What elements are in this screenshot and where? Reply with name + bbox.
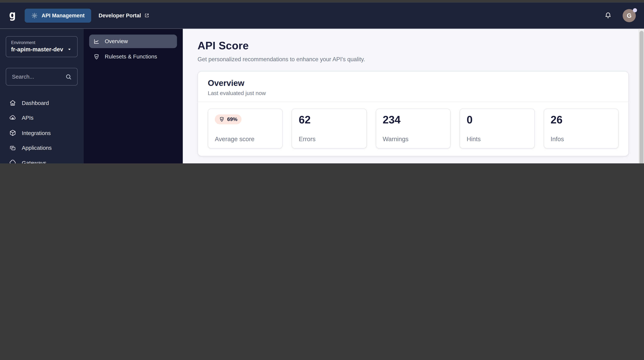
topbar: g API Management Developer Portal G [0,3,644,29]
sidebar-item-gateways[interactable]: Gateways [6,155,78,163]
sidebar-item-label: Dashboard [22,100,49,106]
stat-value: 26 [550,114,612,125]
subnav-item-label: Overview [105,38,128,45]
sidebar-menu: Dashboard APIs Integrations Applications… [6,95,78,163]
stat-card-hints: 0 Hints [460,109,534,149]
api-management-label: API Management [42,12,85,19]
overview-last-evaluated: Last evaluated just now [208,90,619,96]
stat-value: 234 [383,114,444,125]
sidebar-item-integrations[interactable]: Integrations [6,125,78,140]
sidebar-item-label: Integrations [22,130,51,136]
sidebar-item-label: Gateways [22,160,46,163]
user-avatar[interactable]: G [622,9,636,22]
stat-value: 62 [299,114,360,125]
external-link-icon [144,13,150,18]
shield-check-icon [219,116,225,122]
gravitee-logo[interactable]: g [9,9,16,20]
stat-card-errors: 62 Errors [292,109,367,149]
subnav-item-overview[interactable]: Overview [89,35,177,48]
overview-card: Overview Last evaluated just now 69% Ave… [198,71,629,156]
stat-card-average-score: 69% Average score [208,109,283,149]
applications-icon [9,144,16,152]
stat-value: 0 [467,114,528,125]
page-subtitle: Get personalized recommendations to enha… [198,56,629,63]
topbar-right: G [604,9,636,22]
stat-label: Average score [215,135,276,142]
gear-icon [31,12,38,19]
sidebar-item-dashboard[interactable]: Dashboard [6,95,78,110]
line-chart-icon [93,38,100,45]
developer-portal-link[interactable]: Developer Portal [99,12,150,19]
avatar-initial: G [627,12,632,19]
environment-value: fr-apim-master-dev [11,46,63,53]
bell-icon [604,12,612,20]
notifications-button[interactable] [604,12,612,20]
primary-sidebar: Environment fr-apim-master-dev Dashboard… [0,29,83,163]
search-input[interactable] [11,73,62,80]
overview-stats: 69% Average score 62 Errors 234 Warnings… [198,102,628,156]
stat-label: Warnings [383,135,444,142]
shell: Environment fr-apim-master-dev Dashboard… [0,29,644,163]
secondary-sidebar: Overview Rulesets & Functions [83,29,183,163]
main-content: API Score Get personalized recommendatio… [183,29,644,163]
environment-selector[interactable]: Environment fr-apim-master-dev [6,36,78,57]
developer-portal-label: Developer Portal [99,12,141,19]
stat-card-infos: 26 Infos [544,109,619,149]
stat-label: Errors [299,135,360,142]
stat-label: Infos [550,135,612,142]
cloud-gear-icon [9,114,16,122]
cube-icon [9,129,16,137]
chevron-down-icon [66,47,72,52]
subnav-item-rulesets-functions[interactable]: Rulesets & Functions [89,50,177,64]
stat-value: 69% [227,116,237,122]
stat-label: Hints [467,135,528,142]
sidebar-item-label: APIs [22,115,34,121]
environment-label: Environment [11,40,72,45]
cloud-icon [9,159,16,163]
overview-title: Overview [208,79,619,88]
status-dot [633,8,637,12]
shield-check-icon [93,53,100,60]
subnav-item-label: Rulesets & Functions [105,53,157,60]
search-icon [65,73,72,80]
scrollbar [638,29,644,163]
api-management-button[interactable]: API Management [25,9,91,23]
average-score-badge: 69% [215,114,242,124]
sidebar-item-apis[interactable]: APIs [6,110,78,125]
sidebar-item-label: Applications [22,145,52,151]
page-title: API Score [198,39,629,52]
sidebar-search [6,68,78,86]
app-root: g API Management Developer Portal G Envi… [0,0,644,163]
sidebar-item-applications[interactable]: Applications [6,140,78,155]
scrollbar-thumb[interactable] [640,31,644,163]
stat-card-warnings: 234 Warnings [376,109,451,149]
top-strip [0,0,644,3]
home-icon [9,99,16,107]
